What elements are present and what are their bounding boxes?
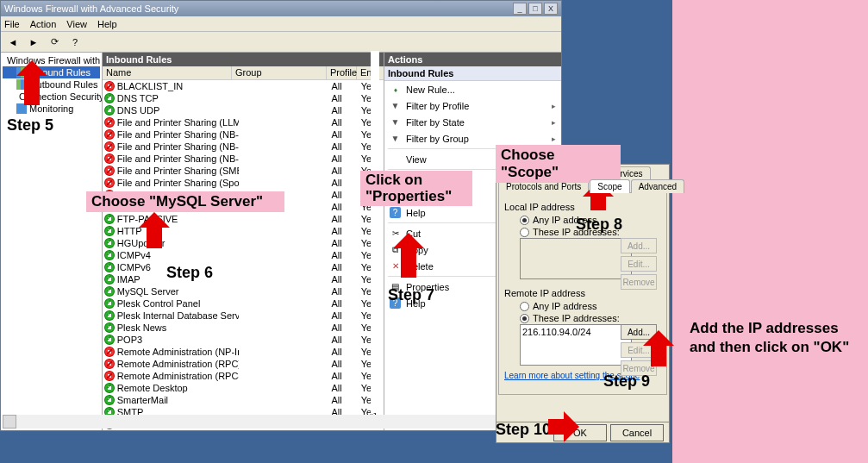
table-row[interactable]: File and Printer Sharing (NB-Session-In)… xyxy=(103,153,384,165)
action-filter-group-label: Filter by Group xyxy=(406,134,469,144)
action-view-label: View xyxy=(406,154,427,165)
rule-name: File and Printer Sharing (NB-Name-In) xyxy=(117,141,239,152)
remote-ip-entry[interactable]: 216.110.94.0/24 xyxy=(522,327,629,337)
rule-name: HGUpdater xyxy=(117,238,239,248)
col-name[interactable]: Name xyxy=(103,66,232,79)
rule-profile: All xyxy=(331,81,360,91)
tab-scope[interactable]: Scope xyxy=(590,179,629,193)
list-columns: Name Group Profile Ena xyxy=(103,66,384,80)
table-row[interactable]: Plesk Control PanelAllYes xyxy=(103,297,384,310)
table-row[interactable]: Remote Administration (RPC-EPMAP)AllYes xyxy=(103,370,384,382)
radio-icon xyxy=(520,228,529,237)
local-remove-button[interactable]: Remove xyxy=(621,274,657,290)
remote-any-ip-radio[interactable]: Any IP address xyxy=(504,300,661,312)
col-profile[interactable]: Profile xyxy=(327,66,357,79)
help-icon[interactable]: ? xyxy=(66,34,84,51)
remote-any-ip-label: Any IP address xyxy=(533,301,596,311)
tab-advanced[interactable]: Advanced xyxy=(631,179,684,193)
rule-status-icon xyxy=(104,93,115,103)
rule-status-icon xyxy=(104,262,115,272)
maximize-button[interactable]: □ xyxy=(528,3,542,15)
rule-status-icon xyxy=(104,286,115,297)
horizontal-scrollbar[interactable] xyxy=(3,415,559,429)
menu-file[interactable]: File xyxy=(4,19,20,29)
actions-header: Actions xyxy=(384,53,561,66)
minimize-button[interactable]: _ xyxy=(513,3,527,15)
action-new-rule[interactable]: ⬧New Rule... xyxy=(384,81,561,97)
rule-status-icon xyxy=(104,383,115,393)
remote-these-ip-radio[interactable]: These IP addresses: xyxy=(504,312,661,324)
anno-click-props: Click on "Properties" xyxy=(360,171,472,206)
chevron-right-icon: ▸ xyxy=(552,135,556,143)
action-filter-profile[interactable]: ▼Filter by Profile▸ xyxy=(384,97,561,114)
menu-help[interactable]: Help xyxy=(97,19,117,29)
table-row[interactable]: File and Printer Sharing (SMB-In)AllYes xyxy=(103,165,384,177)
list-rows: BLACKLIST_INAllYesDNS TCPAllYesDNS UDPAl… xyxy=(103,80,384,430)
tree-connection-security[interactable]: Connection Security Rules xyxy=(3,91,100,103)
rule-profile: All xyxy=(331,298,360,309)
rule-name: Remote Administration (RPC-EPMAP) xyxy=(117,371,239,381)
col-group[interactable]: Group xyxy=(232,66,327,79)
window-title: Windows Firewall with Advanced Security xyxy=(4,3,513,14)
action-new-rule-label: New Rule... xyxy=(406,84,455,95)
rule-profile: All xyxy=(331,262,360,272)
rule-name: File and Printer Sharing (LLMNR-UDP-In) xyxy=(117,117,239,128)
table-row[interactable]: BLACKLIST_INAllYes xyxy=(103,80,384,92)
table-row[interactable]: HGUpdaterAllYes xyxy=(103,237,384,249)
table-row[interactable]: Remote Administration (RPC)AllYes xyxy=(103,358,384,370)
table-row[interactable]: SmarterMailAllYes xyxy=(103,394,384,406)
chevron-right-icon: ▸ xyxy=(552,118,556,127)
table-row[interactable]: Remote Administration (NP-In)AllYes xyxy=(103,346,384,358)
action-filter-state[interactable]: ▼Filter by State▸ xyxy=(384,114,561,130)
cancel-button[interactable]: Cancel xyxy=(610,424,664,441)
rule-name: Plesk News xyxy=(117,322,239,333)
table-row[interactable]: MySQL ServerAllYes xyxy=(103,285,384,297)
titlebar: Windows Firewall with Advanced Security … xyxy=(1,1,561,16)
menu-action[interactable]: Action xyxy=(30,19,57,29)
new-rule-icon: ⬧ xyxy=(390,84,401,95)
table-row[interactable]: File and Printer Sharing (Spooler Servic… xyxy=(103,177,384,189)
arrow-step5 xyxy=(24,71,40,105)
arrow-step9 xyxy=(651,341,666,366)
rule-status-icon xyxy=(104,238,115,248)
rule-status-icon xyxy=(104,129,115,140)
table-row[interactable]: DNS UDPAllYes xyxy=(103,104,384,116)
rule-profile: All xyxy=(331,153,360,164)
table-row[interactable]: POP3AllYes xyxy=(103,334,384,346)
rule-status-icon xyxy=(104,371,115,381)
scroll-track[interactable] xyxy=(16,415,546,429)
remote-ip-list[interactable]: 216.110.94.0/24 xyxy=(520,324,632,366)
local-edit-button[interactable]: Edit... xyxy=(621,256,657,272)
table-row[interactable]: Plesk NewsAllYes xyxy=(103,322,384,334)
tree-monitoring[interactable]: Monitoring xyxy=(3,103,100,115)
table-row[interactable]: ICMPv4AllYes xyxy=(103,249,384,261)
back-button[interactable]: ◄ xyxy=(4,34,22,51)
rule-status-icon xyxy=(104,226,115,236)
rule-status-icon xyxy=(104,105,115,116)
tree-outbound-rules[interactable]: Outbound Rules xyxy=(3,78,100,91)
rule-name: FTP-PASSIVE xyxy=(117,214,239,224)
table-row[interactable]: IMAPAllYes xyxy=(103,273,384,285)
forward-button[interactable]: ► xyxy=(25,34,42,51)
rule-profile: All xyxy=(331,383,360,393)
close-button[interactable]: X xyxy=(544,3,558,15)
rule-profile: All xyxy=(331,93,360,103)
table-row[interactable]: ICMPv6AllYes xyxy=(103,261,384,273)
rule-name: Remote Administration (RPC) xyxy=(117,359,239,369)
table-row[interactable]: File and Printer Sharing (NB-Datagram-In… xyxy=(103,128,384,141)
menu-view[interactable]: View xyxy=(66,19,87,29)
action-filter-profile-label: Filter by Profile xyxy=(406,101,469,111)
local-add-button[interactable]: Add... xyxy=(621,238,657,253)
refresh-icon[interactable]: ⟳ xyxy=(46,34,63,51)
table-row[interactable]: Remote DesktopAllYes xyxy=(103,382,384,394)
table-row[interactable]: Plesk Internal Database ServerAllYes xyxy=(103,310,384,322)
table-row[interactable]: File and Printer Sharing (NB-Name-In)All… xyxy=(103,141,384,153)
step6-label: Step 6 xyxy=(166,264,213,282)
rule-status-icon xyxy=(104,322,115,333)
table-row[interactable]: File and Printer Sharing (LLMNR-UDP-In)A… xyxy=(103,116,384,128)
rule-name: File and Printer Sharing (NB-Datagram-In… xyxy=(117,129,239,140)
rule-status-icon xyxy=(104,335,115,345)
table-row[interactable]: DNS TCPAllYes xyxy=(103,92,384,104)
scroll-left-button[interactable] xyxy=(3,415,16,429)
step5-label: Step 5 xyxy=(7,116,53,135)
